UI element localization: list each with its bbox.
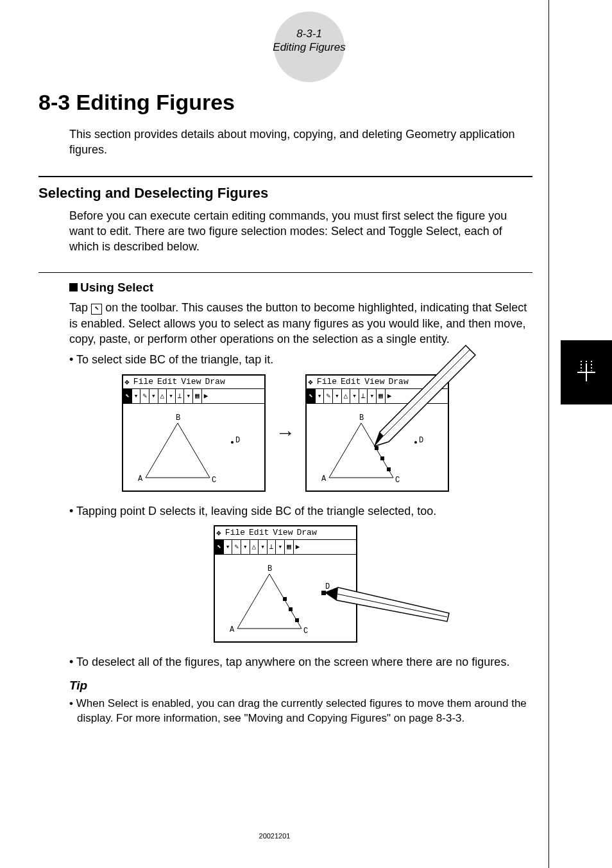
svg-marker-27 (325, 587, 338, 600)
label-C: C (212, 476, 216, 485)
tool-dd3: ▾ (167, 389, 176, 403)
tool-select: ⬉ (307, 389, 316, 403)
svg-rect-19 (295, 618, 299, 622)
tip-body: • When Select is enabled, you can drag t… (69, 697, 532, 726)
calc-toolbar: ⬉ ▾ ✎ ▾ △ ▾ ⊥ ▾ ▦ ▶ (215, 540, 356, 555)
menu-edit: Edit (249, 528, 269, 537)
svg-marker-14 (375, 345, 475, 446)
label-D: D (235, 436, 240, 445)
subheading-using-select: Using Select (69, 281, 532, 295)
menu-draw: Draw (296, 528, 316, 537)
select-tool-icon: ⬉ (91, 304, 102, 315)
tool-dd1: ▾ (132, 389, 141, 403)
tool-select: ⬉ (123, 389, 132, 403)
heading-2: Selecting and Deselecting Figures (38, 185, 532, 202)
tool-pen: ✎ (140, 389, 149, 403)
calc-logo-icon: ❖ (216, 528, 221, 538)
menu-file: File (133, 377, 153, 386)
svg-rect-7 (380, 456, 384, 460)
svg-line-26 (337, 594, 447, 617)
footer-date: 20021201 (0, 832, 549, 840)
svg-text:A: A (230, 625, 235, 634)
page-header: 8-3-1 Editing Figures (38, 19, 580, 64)
tool-grid: ▦ (193, 389, 202, 403)
menu-file: File (225, 528, 245, 537)
menu-view: View (273, 528, 293, 537)
figure-row-2: ❖ File Edit View Draw ⬉ ▾ ✎ ▾ △ ▾ ⊥ (38, 525, 532, 643)
svg-text:A: A (321, 474, 327, 483)
stylus-icon (324, 586, 452, 638)
figure-row-1: ❖ File Edit View Draw ⬉ ▾ ✎ ▾ △ ▾ ⊥ ▾ ▦ … (38, 374, 532, 492)
menu-draw: Draw (205, 377, 225, 386)
bullet-3: To deselect all of the figures, tap anyw… (69, 654, 532, 670)
stylus-icon (370, 342, 479, 451)
svg-rect-8 (387, 467, 391, 471)
calc-canvas-left: A B C D (123, 404, 264, 490)
header-page-ref: 8-3-1 (38, 27, 580, 40)
svg-text:C: C (395, 476, 400, 485)
svg-rect-17 (283, 597, 287, 601)
heading-1: 8-3 Editing Figures (38, 90, 532, 115)
svg-text:B: B (359, 413, 364, 422)
svg-point-5 (231, 441, 234, 444)
menu-file: File (317, 377, 337, 386)
menu-view: View (181, 377, 201, 386)
intro-paragraph: This section provides details about movi… (69, 126, 532, 158)
bullet-2: Tapping point D selects it, leaving side… (69, 503, 532, 519)
calc-menubar: ❖ File Edit View Draw (123, 376, 264, 389)
svg-text:B: B (268, 564, 272, 573)
label-B: B (176, 413, 180, 422)
side-tab (561, 340, 612, 404)
tool-dd4: ▾ (184, 389, 193, 403)
tool-next: ▶ (202, 389, 210, 403)
tip-heading: Tip (69, 679, 532, 693)
right-margin-rule (548, 0, 549, 868)
label-A: A (138, 474, 143, 483)
rule-thin (38, 272, 532, 273)
header-page-title: Editing Figures (38, 40, 580, 54)
svg-text:C: C (303, 627, 308, 636)
arrow-right-icon: → (276, 422, 295, 444)
black-square-icon (69, 283, 78, 291)
calc-logo-icon: ❖ (124, 377, 130, 387)
calc-menubar: ❖ File Edit View Draw (215, 526, 356, 540)
using-select-body: Tap ⬉ on the toolbar. This causes the bu… (69, 300, 532, 347)
section-intro: Before you can execute certain editing c… (69, 208, 532, 255)
calc-screen-left: ❖ File Edit View Draw ⬉ ▾ ✎ ▾ △ ▾ ⊥ ▾ ▦ … (122, 374, 266, 492)
svg-rect-18 (289, 607, 293, 611)
tool-triangle: △ (158, 389, 167, 403)
calc-toolbar: ⬉ ▾ ✎ ▾ △ ▾ ⊥ ▾ ▦ ▶ (123, 389, 264, 404)
tool-perp: ⊥ (176, 389, 185, 403)
menu-edit: Edit (341, 377, 361, 386)
rule-thick (38, 176, 532, 177)
calc-logo-icon: ❖ (308, 377, 313, 387)
tool-dd2: ▾ (149, 389, 158, 403)
svg-line-15 (384, 350, 470, 436)
menu-edit: Edit (157, 377, 177, 386)
